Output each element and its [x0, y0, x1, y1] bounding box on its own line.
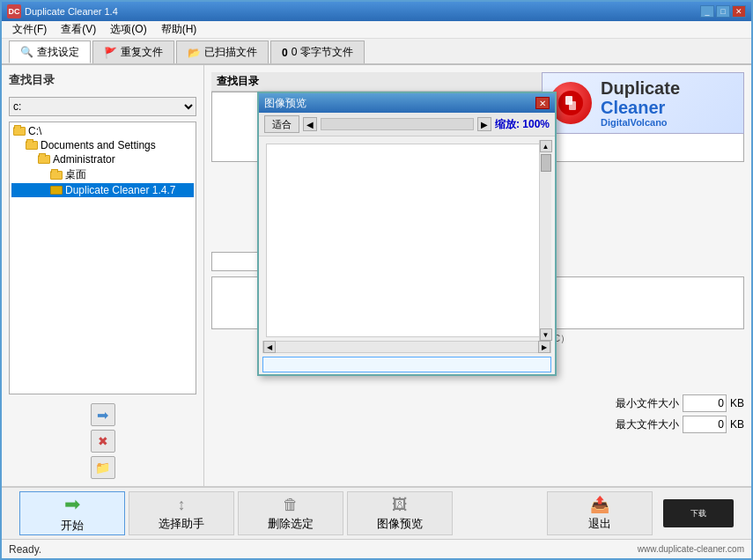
menu-view[interactable]: 查看(V)	[54, 20, 103, 39]
exit-icon: 📤	[590, 495, 609, 514]
dialog-image-area	[266, 144, 548, 337]
preview-button[interactable]: 🖼 图像预览	[347, 491, 453, 535]
zoom-next-button[interactable]: ▶	[477, 117, 491, 131]
scroll-down-arrow[interactable]: ▼	[540, 328, 552, 341]
scroll-up-arrow[interactable]: ▲	[540, 140, 552, 152]
tab-scanned-files[interactable]: 📂 已扫描文件	[176, 41, 269, 63]
logo-title-part1: Duplicate	[601, 78, 680, 98]
logo-area: Duplicate Cleaner DigitalVolcano	[542, 72, 744, 134]
dialog-close-button[interactable]: ✕	[535, 97, 550, 109]
svg-rect-2	[569, 101, 576, 110]
tab-zero-byte[interactable]: 0 0 零字节文件	[270, 41, 365, 63]
scroll-left-arrow[interactable]: ◀	[263, 341, 276, 353]
exit-button[interactable]: 📤 退出	[547, 491, 653, 535]
delete-label: 删除选定	[268, 516, 314, 532]
maximize-button[interactable]: □	[716, 5, 730, 18]
left-panel: 查找目录 c: C:\ Documents and Settings	[2, 65, 204, 486]
add-dir-button[interactable]: ➡	[91, 403, 115, 426]
fit-button[interactable]: 适合	[264, 115, 299, 133]
bottom-bar: ➡ 开始 ↕ 选择助手 🗑 删除选定 🖼 图像预览 📤 退出 下载	[2, 486, 751, 539]
tab-repeat-files-label: 重复文件	[121, 45, 163, 60]
folder-icon	[38, 155, 50, 164]
dialog-toolbar: 适合 ◀ ▶ 缩放: 100%	[259, 113, 555, 136]
zoom-track[interactable]	[321, 118, 474, 130]
dialog-scrollbar-horizontal[interactable]: ◀ ▶	[262, 341, 551, 353]
min-size-unit: KB	[730, 397, 744, 409]
start-label: 开始	[61, 518, 84, 534]
tab-scanned-files-icon: 📂	[188, 47, 201, 59]
remove-dir-button[interactable]: ✖	[91, 430, 115, 453]
folder-icon	[50, 186, 63, 195]
max-size-unit: KB	[730, 418, 744, 431]
window-controls: _ □ ✕	[700, 5, 746, 18]
app-window: DC Duplicate Cleaner 1.4 _ □ ✕ 文件(F) 查看(…	[0, 0, 753, 560]
preview-label: 图像预览	[377, 516, 423, 532]
tab-zero-byte-icon: 0	[282, 47, 288, 59]
window-title: Duplicate Cleaner 1.4	[25, 6, 700, 17]
zoom-nav: ◀ ▶	[303, 117, 491, 131]
delete-icon: 🗑	[283, 496, 299, 514]
tab-repeat-files-icon: 🚩	[104, 47, 117, 59]
status-right: www.duplicate-cleaner.com	[638, 544, 744, 554]
folder-icon	[50, 171, 63, 180]
logo-subtitle: DigitalVolcano	[601, 117, 736, 128]
tab-search-settings-icon: 🔍	[20, 46, 33, 58]
app-icon: DC	[7, 4, 21, 18]
watermark: 下载	[663, 499, 734, 527]
min-size-input[interactable]: 0	[683, 394, 727, 412]
wizard-label: 选择助手	[159, 516, 204, 532]
tab-bar: 🔍 查找设定 🚩 重复文件 📂 已扫描文件 0 0 零字节文件	[2, 39, 751, 65]
delete-button[interactable]: 🗑 删除选定	[238, 491, 343, 535]
folder-icon	[26, 141, 38, 150]
status-text: Ready.	[9, 543, 41, 556]
menu-bar: 文件(F) 查看(V) 选项(O) 帮助(H)	[2, 21, 751, 39]
tab-repeat-files[interactable]: 🚩 重复文件	[92, 41, 174, 63]
size-section: 最小文件大小 0 KB 最大文件大小 0 KB	[616, 394, 744, 433]
wizard-icon: ↕	[178, 496, 186, 514]
scroll-right-arrow[interactable]: ▶	[538, 341, 550, 353]
preview-icon: 🖼	[392, 496, 408, 514]
dialog-title-bar: 图像预览 ✕	[259, 93, 555, 113]
tree-item-root[interactable]: C:\	[11, 124, 194, 138]
min-size-label: 最小文件大小	[616, 396, 679, 411]
drive-selector[interactable]: c:	[9, 97, 196, 116]
folder-icon	[13, 127, 26, 136]
dialog-title: 图像预览	[264, 96, 535, 111]
wizard-button[interactable]: ↕ 选择助手	[129, 491, 234, 535]
directory-tree[interactable]: C:\ Documents and Settings Administrator…	[9, 122, 196, 394]
dialog-path-input[interactable]	[262, 357, 551, 372]
minimize-button[interactable]: _	[700, 5, 714, 18]
exit-label: 退出	[588, 516, 611, 532]
tree-item-administrator[interactable]: Administrator	[11, 152, 194, 166]
max-size-row: 最大文件大小 0 KB	[616, 416, 744, 433]
panel-title: 查找目录	[9, 72, 196, 88]
close-button[interactable]: ✕	[732, 5, 746, 18]
zoom-prev-button[interactable]: ◀	[303, 117, 317, 131]
tab-scanned-files-label: 已扫描文件	[204, 45, 257, 60]
menu-options[interactable]: 选项(O)	[103, 20, 153, 39]
tree-item-documents[interactable]: Documents and Settings	[11, 138, 194, 152]
zoom-label: 缩放: 100%	[495, 117, 550, 132]
min-size-row: 最小文件大小 0 KB	[616, 394, 744, 412]
logo-text: Duplicate Cleaner DigitalVolcano	[601, 78, 736, 128]
website-label: www.duplicate-cleaner.com	[638, 544, 744, 554]
title-bar: DC Duplicate Cleaner 1.4 _ □ ✕	[2, 2, 751, 21]
scroll-thumb[interactable]	[541, 154, 551, 172]
tree-item-duplicate-cleaner[interactable]: Duplicate Cleaner 1.4.7	[11, 183, 194, 197]
start-button[interactable]: ➡ 开始	[19, 491, 125, 535]
tab-search-settings-label: 查找设定	[37, 45, 79, 60]
menu-file[interactable]: 文件(F)	[5, 20, 54, 39]
action-buttons: ➡ ✖ 📁	[9, 403, 196, 479]
start-icon: ➡	[64, 493, 80, 516]
tab-zero-byte-label: 0 零字节文件	[292, 45, 353, 60]
logo-title-part2: Cleaner	[601, 98, 665, 117]
tab-search-settings[interactable]: 🔍 查找设定	[9, 41, 91, 63]
tree-item-desktop[interactable]: 桌面	[11, 166, 194, 183]
menu-help[interactable]: 帮助(H)	[154, 20, 204, 39]
browse-dir-button[interactable]: 📁	[91, 456, 115, 479]
max-size-input[interactable]: 0	[683, 416, 727, 433]
max-size-label: 最大文件大小	[616, 417, 679, 432]
dialog-scrollbar-vertical[interactable]: ▲ ▼	[539, 140, 551, 341]
status-bar: Ready. www.duplicate-cleaner.com	[2, 539, 751, 558]
image-preview-dialog: 图像预览 ✕ 适合 ◀ ▶ 缩放: 100%	[257, 92, 557, 376]
